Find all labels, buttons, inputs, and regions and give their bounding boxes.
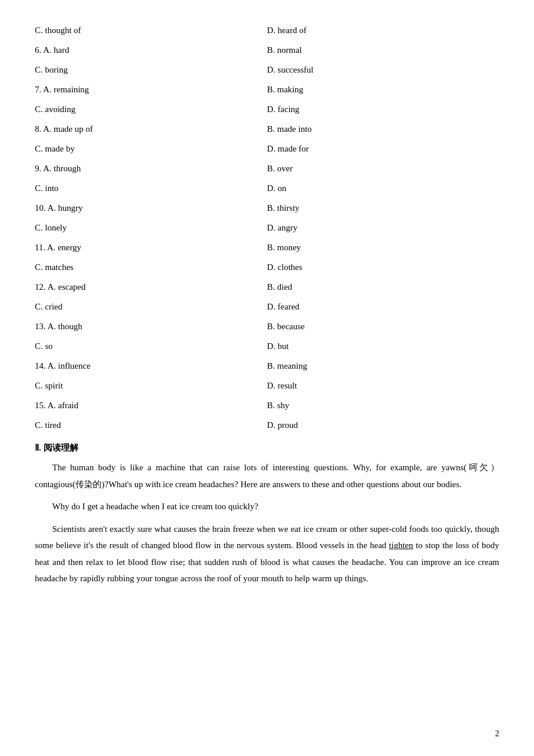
option-right: B. made into [267,122,499,136]
option-right: D. angry [267,221,499,235]
option-right: D. heard of [267,23,499,37]
option-row: C. intoD. on [35,181,499,195]
option-right: B. over [267,161,499,175]
option-left: C. made by [35,142,267,156]
option-right: B. died [267,280,499,294]
page-number: 2 [495,729,499,739]
option-left: 11. A. energy [35,240,267,254]
option-right: D. feared [267,300,499,314]
option-row: C. soD. but [35,339,499,353]
option-row: C. boringD. successful [35,63,499,77]
option-right: B. shy [267,398,499,412]
option-right: D. proud [267,418,499,432]
option-left: 9. A. through [35,161,267,175]
option-row: 13. A. thoughB. because [35,319,499,333]
option-right: B. because [267,319,499,333]
option-row: C. tiredD. proud [35,418,499,432]
option-right: D. made for [267,142,499,156]
option-row: 11. A. energyB. money [35,240,499,254]
option-right: D. facing [267,102,499,116]
section-header: Ⅱ. 阅读理解 [35,442,499,453]
paragraph-1: Why do I get a headache when I eat ice c… [35,498,499,515]
option-left: C. lonely [35,221,267,235]
option-left: C. cried [35,300,267,314]
option-row: C. criedD. feared [35,300,499,314]
option-right: D. successful [267,63,499,77]
option-left: 12. A. escaped [35,280,267,294]
option-row: 6. A. hardB. normal [35,43,499,57]
option-left: C. thought of [35,23,267,37]
option-row: C. spiritD. result [35,379,499,393]
option-row: 14. A. influenceB. meaning [35,359,499,373]
option-row: 8. A. made up ofB. made into [35,122,499,136]
option-row: 15. A. afraidB. shy [35,398,499,412]
option-row: 7. A. remainingB. making [35,82,499,96]
option-left: C. avoiding [35,102,267,116]
option-row: 12. A. escapedB. died [35,280,499,294]
option-row: C. thought ofD. heard of [35,23,499,37]
underline-word: tighten [389,541,413,550]
options-section: C. thought ofD. heard of6. A. hardB. nor… [35,23,499,432]
option-left: C. into [35,181,267,195]
option-left: 13. A. though [35,319,267,333]
option-row: 9. A. throughB. over [35,161,499,175]
option-row: C. matchesD. clothes [35,260,499,274]
paragraph-2: Scientists aren't exactly sure what caus… [35,521,499,587]
option-right: B. normal [267,43,499,57]
option-left: C. spirit [35,379,267,393]
option-left: 8. A. made up of [35,122,267,136]
option-right: B. making [267,82,499,96]
option-right: B. thirsty [267,201,499,215]
option-left: 7. A. remaining [35,82,267,96]
option-right: B. meaning [267,359,499,373]
option-right: D. clothes [267,260,499,274]
option-left: C. so [35,339,267,353]
option-right: B. money [267,240,499,254]
option-left: 15. A. afraid [35,398,267,412]
option-row: C. lonelyD. angry [35,221,499,235]
option-row: C. avoidingD. facing [35,102,499,116]
paragraph-0: The human body is like a machine that ca… [35,459,499,492]
option-left: 14. A. influence [35,359,267,373]
option-right: D. on [267,181,499,195]
option-right: D. but [267,339,499,353]
option-row: C. made byD. made for [35,142,499,156]
option-row: 10. A. hungryB. thirsty [35,201,499,215]
option-left: 6. A. hard [35,43,267,57]
option-left: C. tired [35,418,267,432]
option-left: C. boring [35,63,267,77]
reading-section: Ⅱ. 阅读理解The human body is like a machine … [35,442,499,587]
option-left: 10. A. hungry [35,201,267,215]
option-right: D. result [267,379,499,393]
option-left: C. matches [35,260,267,274]
